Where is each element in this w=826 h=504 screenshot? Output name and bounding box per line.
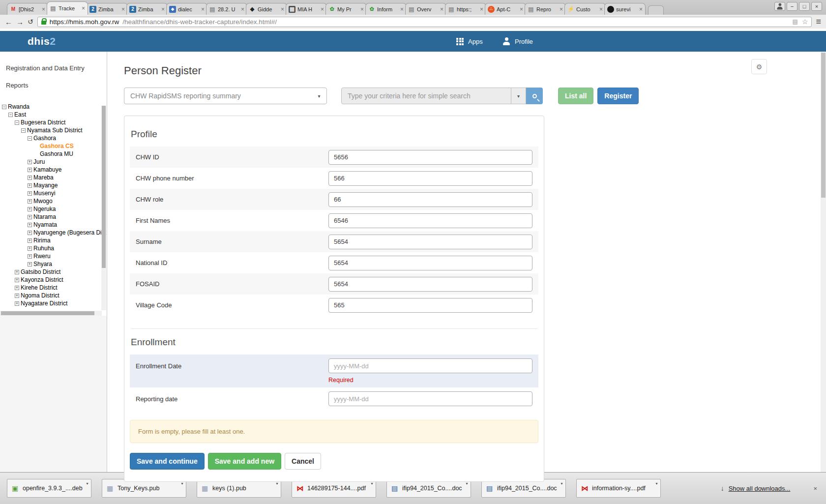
tab-close-icon[interactable] xyxy=(281,6,284,12)
browser-profile-button[interactable] xyxy=(774,2,785,11)
browser-tab[interactable]: Custo xyxy=(564,3,606,15)
tree-toggle-icon[interactable] xyxy=(28,183,32,188)
tree-node-label[interactable]: Nyamata Sub District xyxy=(27,127,83,134)
tree-toggle-icon[interactable] xyxy=(28,238,32,243)
download-caret-icon[interactable] xyxy=(463,479,471,497)
browser-tab[interactable]: Apt-C xyxy=(485,3,526,15)
tree-node[interactable]: Ruhuha xyxy=(2,244,107,252)
downloads-bar-close-icon[interactable] xyxy=(813,485,817,492)
date-input[interactable] xyxy=(328,358,532,373)
tree-toggle-icon[interactable] xyxy=(28,215,32,219)
tree-toggle-icon[interactable] xyxy=(28,168,32,172)
scrollbar-thumb[interactable] xyxy=(821,53,826,198)
search-button[interactable] xyxy=(526,88,543,104)
program-select[interactable]: CHW RapidSMS reporting summary xyxy=(124,88,327,104)
tree-toggle-icon[interactable] xyxy=(28,176,32,180)
minimize-button[interactable] xyxy=(787,2,797,11)
scrollbar-thumb[interactable] xyxy=(1,311,94,315)
scrollbar-thumb[interactable] xyxy=(102,106,106,268)
download-caret-icon[interactable] xyxy=(653,479,660,497)
field-input[interactable] xyxy=(328,150,532,165)
tree-node[interactable]: Rwanda xyxy=(2,103,107,111)
tree-toggle-icon[interactable] xyxy=(28,254,32,259)
tree-node[interactable]: Mayange xyxy=(2,181,107,189)
browser-tab[interactable]: My Pr xyxy=(325,3,367,15)
tree-toggle-icon[interactable] xyxy=(15,301,19,306)
sidebar-item-reports[interactable]: Reports xyxy=(6,82,107,89)
tree-toggle-icon[interactable] xyxy=(28,191,32,196)
download-caret-icon[interactable] xyxy=(178,479,186,497)
tree-node[interactable]: Nyamata Sub District xyxy=(2,126,107,134)
tree-toggle-icon[interactable] xyxy=(28,207,32,211)
browser-menu-icon[interactable] xyxy=(816,17,821,27)
profile-menu-button[interactable]: Profile xyxy=(502,31,533,52)
browser-tab[interactable]: Inform xyxy=(365,3,407,15)
tree-toggle-icon[interactable] xyxy=(28,262,32,267)
tree-node-label[interactable]: Nyarugenge (Bugesera Dist xyxy=(33,229,106,236)
browser-tab[interactable]: Gidde xyxy=(246,3,287,15)
tab-close-icon[interactable] xyxy=(360,6,364,12)
tree-node-label[interactable]: Nyagatare District xyxy=(21,300,67,307)
tree-node-label[interactable]: Nyamata xyxy=(33,221,57,228)
tab-close-icon[interactable] xyxy=(321,6,324,12)
register-button[interactable]: Register xyxy=(597,88,639,104)
search-caret-down-icon[interactable] xyxy=(511,88,526,104)
tree-node[interactable]: Ngeruka xyxy=(2,205,107,213)
tree-node[interactable]: Mareba xyxy=(2,174,107,181)
browser-tab[interactable]: Zimba xyxy=(87,3,128,15)
list-all-button[interactable]: List all xyxy=(558,88,593,104)
field-input[interactable] xyxy=(328,298,532,313)
field-input[interactable] xyxy=(328,192,532,207)
new-tab-button[interactable] xyxy=(648,5,664,15)
tree-node[interactable]: Gashora xyxy=(2,134,107,142)
show-all-downloads-link[interactable]: Show all downloads... xyxy=(721,484,791,492)
tree-node[interactable]: Juru xyxy=(2,158,107,166)
tab-close-icon[interactable] xyxy=(161,6,165,12)
tree-node-label[interactable]: Juru xyxy=(33,158,45,165)
tree-node[interactable]: Shyara xyxy=(2,260,107,268)
address-bar[interactable]: https://hmis.moh.gov.rw /healthfinance/d… xyxy=(37,17,812,27)
tree-toggle-icon[interactable] xyxy=(15,270,19,274)
tree-node-label[interactable]: Mwogo xyxy=(33,198,53,205)
field-input[interactable] xyxy=(328,277,532,292)
tree-toggle-icon[interactable] xyxy=(2,105,6,109)
download-item[interactable]: openfire_3.9.3_....deb xyxy=(7,479,91,498)
tree-node-label[interactable]: Ngoma District xyxy=(21,292,59,299)
apps-menu-button[interactable]: Apps xyxy=(456,31,483,52)
tree-node-label[interactable]: Rweru xyxy=(33,253,51,260)
tree-node[interactable]: Ngoma District xyxy=(2,292,107,299)
tree-node[interactable]: Nyarugenge (Bugesera Dist xyxy=(2,229,107,237)
tab-close-icon[interactable] xyxy=(520,6,523,12)
browser-tab[interactable]: Tracke xyxy=(47,1,88,15)
tree-node[interactable]: Kamabuye xyxy=(2,166,107,174)
tree-node[interactable]: Mwogo xyxy=(2,197,107,205)
tree-toggle-icon[interactable] xyxy=(15,278,19,282)
tree-node-label[interactable]: Musenyi xyxy=(33,190,56,197)
tree-toggle-icon[interactable] xyxy=(28,160,32,164)
cancel-button[interactable]: Cancel xyxy=(285,453,321,470)
browser-tab[interactable]: dialec xyxy=(166,3,207,15)
download-caret-icon[interactable] xyxy=(558,479,565,497)
download-caret-icon[interactable] xyxy=(273,479,281,497)
browser-tab[interactable]: https:; xyxy=(445,3,486,15)
tree-node-label[interactable]: Rwanda xyxy=(8,103,30,110)
tree-node[interactable]: Rweru xyxy=(2,252,107,260)
tab-close-icon[interactable] xyxy=(440,6,443,12)
forward-button[interactable] xyxy=(16,18,24,26)
date-input[interactable] xyxy=(328,391,532,406)
tree-node[interactable]: Gashora CS xyxy=(2,142,107,150)
tree-node-label[interactable]: Kamabuye xyxy=(33,166,61,173)
tree-toggle-icon[interactable] xyxy=(15,120,19,125)
tree-node-label[interactable]: Kayonza District xyxy=(21,276,63,283)
browser-tab[interactable]: [Dhis2 xyxy=(7,3,48,15)
tree-node[interactable]: Kirehe District xyxy=(2,284,107,292)
browser-tab[interactable]: MIA H xyxy=(286,3,327,15)
tree-node-label[interactable]: East xyxy=(14,111,26,118)
field-input[interactable] xyxy=(328,171,532,186)
caret-down-icon[interactable] xyxy=(312,88,326,104)
tree-toggle-icon[interactable] xyxy=(15,294,19,298)
tree-node-label[interactable]: Ntarama xyxy=(33,213,56,220)
tree-toggle-icon[interactable] xyxy=(28,223,32,227)
tab-close-icon[interactable] xyxy=(201,6,205,12)
browser-tab[interactable]: Zimba xyxy=(126,3,168,15)
